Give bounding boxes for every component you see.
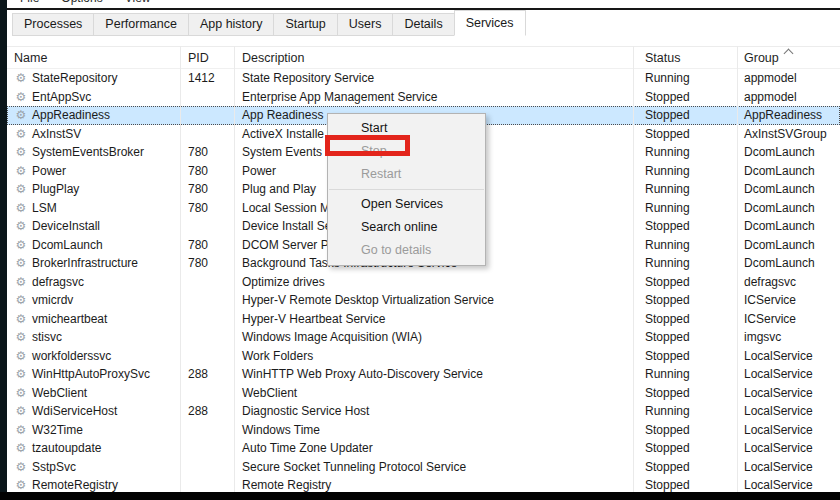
column-header-group[interactable]: Group xyxy=(737,47,840,68)
service-name: PlugPlay xyxy=(32,182,79,196)
table-row[interactable]: ⚙EntAppSvc Enterprise App Management Ser… xyxy=(7,88,840,107)
service-name: AxInstSV xyxy=(32,127,81,141)
tab-services[interactable]: Services xyxy=(454,10,526,36)
service-name: StateRepository xyxy=(32,71,117,85)
menu-item-search-online[interactable]: Search online xyxy=(328,216,485,239)
service-group: DcomLaunch xyxy=(737,145,840,159)
service-group: DcomLaunch xyxy=(737,164,840,178)
gear-icon: ⚙ xyxy=(14,294,28,306)
tab-details[interactable]: Details xyxy=(392,13,454,36)
gear-icon: ⚙ xyxy=(14,128,28,140)
column-header-pid[interactable]: PID xyxy=(180,47,234,68)
service-group: ICService xyxy=(737,312,840,326)
service-name: WebClient xyxy=(32,386,87,400)
table-row[interactable]: ⚙SstpSvc Secure Socket Tunneling Protoco… xyxy=(7,458,840,477)
table-header: Name PID Description Status Group xyxy=(7,46,840,69)
service-name: DeviceInstall xyxy=(32,219,100,233)
column-header-description[interactable]: Description xyxy=(234,47,633,68)
column-header-name[interactable]: Name xyxy=(7,47,180,68)
service-description: Hyper-V Remote Desktop Virtualization Se… xyxy=(234,293,633,307)
service-group: LocalService xyxy=(737,386,840,400)
service-status: Stopped xyxy=(633,330,737,344)
table-row[interactable]: ⚙WinHttpAutoProxySvc 288 WinHTTP Web Pro… xyxy=(7,365,840,384)
service-name-cell: ⚙stisvc xyxy=(7,330,180,344)
gear-icon: ⚙ xyxy=(14,479,28,491)
service-status: Running xyxy=(633,404,737,418)
service-status: Stopped xyxy=(633,441,737,455)
service-status: Stopped xyxy=(633,108,737,122)
service-name: WinHttpAutoProxySvc xyxy=(32,367,150,381)
tab-startup[interactable]: Startup xyxy=(273,13,337,36)
tab-users[interactable]: Users xyxy=(337,13,394,36)
service-name: vmicheartbeat xyxy=(32,312,107,326)
service-name: workfolderssvc xyxy=(32,349,111,363)
menubar-item-file[interactable]: File xyxy=(20,0,39,5)
gear-icon: ⚙ xyxy=(14,183,28,195)
table-row[interactable]: ⚙W32Time Windows Time Stopped LocalServi… xyxy=(7,421,840,440)
service-group: LocalService xyxy=(737,404,840,418)
column-divider xyxy=(737,46,738,492)
menu-bar: FileOptionsView xyxy=(7,0,840,8)
window-edge-divider xyxy=(0,8,840,10)
table-row[interactable]: ⚙workfolderssvc Work Folders Stopped Loc… xyxy=(7,347,840,366)
service-status: Running xyxy=(633,367,737,381)
service-name-cell: ⚙workfolderssvc xyxy=(7,349,180,363)
table-row[interactable]: ⚙StateRepository 1412 State Repository S… xyxy=(7,69,840,88)
service-group: LocalService xyxy=(737,478,840,492)
table-row[interactable]: ⚙WdiServiceHost 288 Diagnostic Service H… xyxy=(7,402,840,421)
service-group: ICService xyxy=(737,293,840,307)
service-group: appmodel xyxy=(737,90,840,104)
service-description: Auto Time Zone Updater xyxy=(234,441,633,455)
menubar-item-view[interactable]: View xyxy=(125,0,151,5)
gear-icon: ⚙ xyxy=(14,91,28,103)
gear-icon: ⚙ xyxy=(14,202,28,214)
service-name-cell: ⚙AxInstSV xyxy=(7,127,180,141)
table-row[interactable]: ⚙tzautoupdate Auto Time Zone Updater Sto… xyxy=(7,439,840,458)
column-header-status[interactable]: Status xyxy=(633,47,737,68)
service-name: AppReadiness xyxy=(32,108,110,122)
table-row[interactable]: ⚙vmicheartbeat Hyper-V Heartbeat Service… xyxy=(7,310,840,329)
service-description: Work Folders xyxy=(234,349,633,363)
gear-icon: ⚙ xyxy=(14,72,28,84)
menu-separator xyxy=(329,189,484,190)
tab-app-history[interactable]: App history xyxy=(188,13,275,36)
service-description: WinHTTP Web Proxy Auto-Discovery Service xyxy=(234,367,633,381)
service-status: Stopped xyxy=(633,312,737,326)
service-pid: 780 xyxy=(180,201,234,215)
gear-icon: ⚙ xyxy=(14,368,28,380)
service-description: Windows Image Acquisition (WIA) xyxy=(234,330,633,344)
service-status: Stopped xyxy=(633,127,737,141)
column-header-label: Description xyxy=(242,51,305,65)
table-row[interactable]: ⚙stisvc Windows Image Acquisition (WIA) … xyxy=(7,328,840,347)
service-status: Stopped xyxy=(633,275,737,289)
gear-icon: ⚙ xyxy=(14,220,28,232)
service-name: RemoteRegistry xyxy=(32,478,118,492)
menubar-item-options[interactable]: Options xyxy=(61,0,102,5)
service-description: Optimize drives xyxy=(234,275,633,289)
table-row[interactable]: ⚙WebClient WebClient Stopped LocalServic… xyxy=(7,384,840,403)
service-status: Stopped xyxy=(633,386,737,400)
service-pid: 780 xyxy=(180,256,234,270)
service-name-cell: ⚙PlugPlay xyxy=(7,182,180,196)
service-name-cell: ⚙EntAppSvc xyxy=(7,90,180,104)
tab-performance[interactable]: Performance xyxy=(93,13,189,36)
table-row[interactable]: ⚙vmicrdv Hyper-V Remote Desktop Virtuali… xyxy=(7,291,840,310)
service-name-cell: ⚙DeviceInstall xyxy=(7,219,180,233)
gear-icon: ⚙ xyxy=(14,109,28,121)
tab-processes[interactable]: Processes xyxy=(12,13,94,36)
window-edge-left xyxy=(0,0,7,500)
service-name: defragsvc xyxy=(32,275,84,289)
service-pid: 288 xyxy=(180,404,234,418)
service-name-cell: ⚙SstpSvc xyxy=(7,460,180,474)
gear-icon: ⚙ xyxy=(14,165,28,177)
table-row[interactable]: ⚙defragsvc Optimize drives Stopped defra… xyxy=(7,273,840,292)
service-name-cell: ⚙BrokerInfrastructure xyxy=(7,256,180,270)
column-divider xyxy=(180,46,181,492)
service-description: Diagnostic Service Host xyxy=(234,404,633,418)
gear-icon: ⚙ xyxy=(14,424,28,436)
service-status: Stopped xyxy=(633,293,737,307)
service-group: defragsvc xyxy=(737,275,840,289)
menu-item-open-services[interactable]: Open Services xyxy=(328,193,485,216)
service-group: LocalService xyxy=(737,349,840,363)
service-status: Stopped xyxy=(633,219,737,233)
